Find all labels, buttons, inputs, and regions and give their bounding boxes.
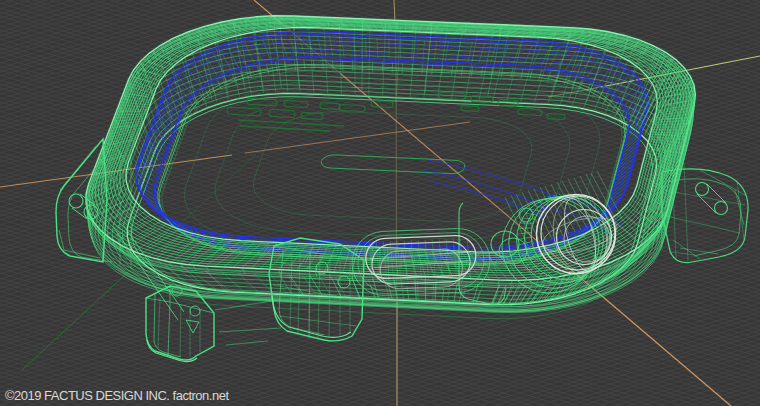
svg-text:©2019 FACTUS DESIGN INC. factr: ©2019 FACTUS DESIGN INC. factron.net: [5, 388, 229, 403]
